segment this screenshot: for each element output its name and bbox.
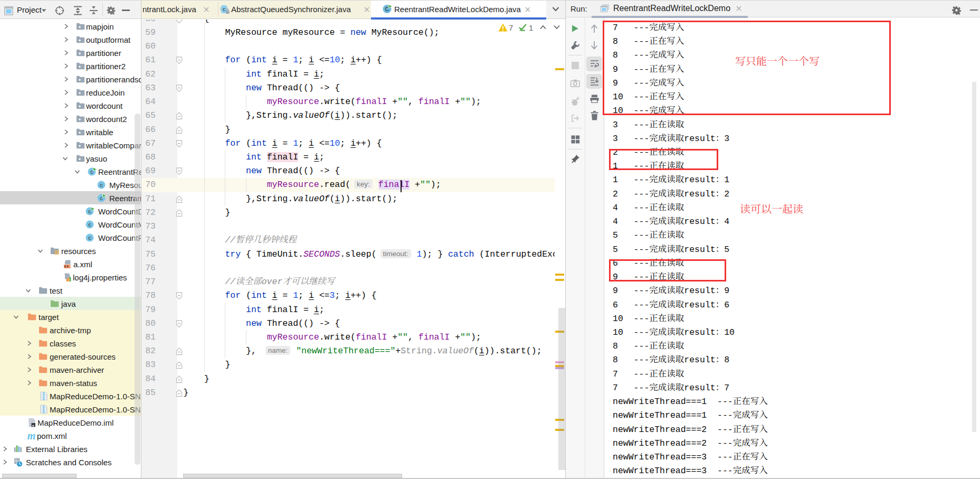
svg-text:c: c: [88, 234, 91, 240]
svg-text:c: c: [222, 6, 225, 12]
svg-text:m: m: [27, 431, 36, 440]
svg-text:c: c: [100, 181, 103, 187]
svg-text:c: c: [88, 221, 91, 227]
